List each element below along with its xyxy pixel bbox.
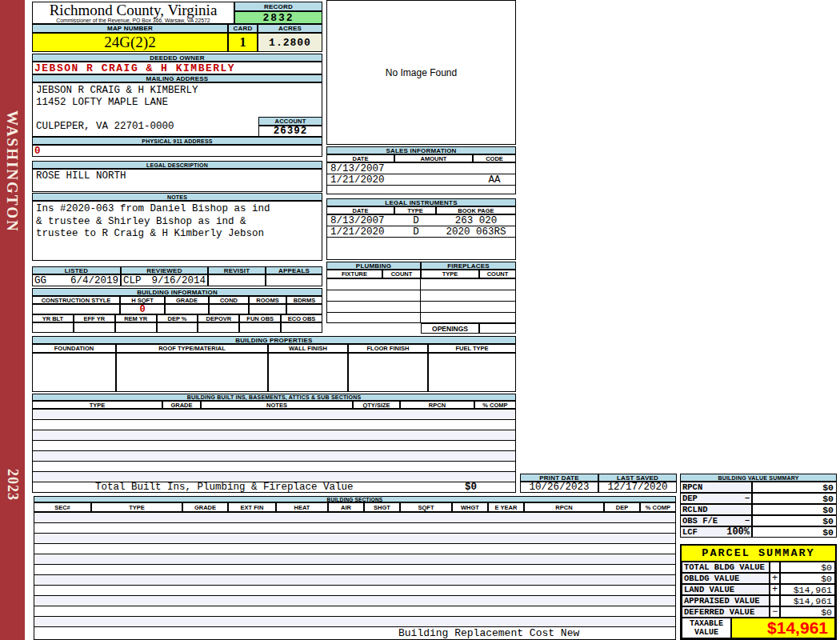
bvs-value: $0 <box>752 493 837 504</box>
built-ins-total-label: Total Built Ins, Plumbing & Fireplace Va… <box>95 482 354 493</box>
effyr-value <box>74 322 115 333</box>
plumb-fire-row <box>327 290 515 302</box>
last-saved-value: 12/17/2020 <box>598 482 677 493</box>
sales-row: 1/21/2020 AA <box>327 174 515 186</box>
visit-table: LISTED REVIEWED REVISIT APPEALS GG6/4/20… <box>32 266 322 286</box>
roof-label: ROOF TYPE/MATERIAL <box>116 344 268 353</box>
record-value: 2832 <box>234 11 322 24</box>
foundation-label: FOUNDATION <box>32 344 116 353</box>
bi-col-grade: GRADE <box>162 401 201 409</box>
map-number-value: 24G(2)2 <box>32 33 228 52</box>
bs-col-air: AIR <box>328 502 364 512</box>
table-row <box>34 606 675 617</box>
listed-date: 6/4/2019 <box>70 275 118 286</box>
bvs-label: LCF100% <box>680 526 752 538</box>
building-information-title: BUILDING INFORMATION <box>32 288 322 296</box>
legal-description-label: LEGAL DESCRIPTION <box>32 161 322 169</box>
foundation-value <box>32 353 116 392</box>
ps-label: OBLDG VALUE <box>682 573 770 584</box>
remyr-label: REM YR <box>115 314 157 322</box>
card-label: CARD <box>228 24 258 33</box>
bs-col-whgt: WHGT <box>452 502 488 512</box>
building-value-summary-title: BUILDING VALUE SUMMARY <box>680 474 837 482</box>
table-row <box>34 565 675 575</box>
table-row <box>34 596 675 606</box>
ps-value: $0 <box>780 606 835 618</box>
building-information: BUILDING INFORMATION CONSTRUCTION STYLE … <box>32 288 322 333</box>
table-row <box>34 523 675 534</box>
building-value-summary: BUILDING VALUE SUMMARY RPCN $0 DEP− $0 R… <box>680 474 837 538</box>
print-info: PRINT DATE LAST SAVED 10/26/2023 12/17/2… <box>520 474 677 493</box>
ps-op <box>770 562 780 573</box>
plumbing-col-count: COUNT <box>382 270 421 278</box>
reviewed-value: CLP9/16/2014 <box>121 274 208 286</box>
plumbing-title: PLUMBING <box>326 262 421 270</box>
instruments-title: LEGAL INSTRUMENTS <box>326 198 516 206</box>
bs-col-extfin: EXT FIN <box>228 502 276 512</box>
taxable-value-label: TAXABLE VALUE <box>682 618 731 638</box>
table-row <box>33 420 515 430</box>
fireplaces-col-count: COUNT <box>479 270 516 278</box>
record-label: RECORD <box>234 2 322 11</box>
parcel-summary-title: PARCEL SUMMARY <box>682 546 835 562</box>
yrblt-value <box>32 322 74 333</box>
notes-line: & trustee & Shirley Bishop as ind & <box>36 216 318 229</box>
sidebar: WASHINGTON 2023 <box>0 0 25 640</box>
bvs-label: RPCN <box>680 482 752 493</box>
building-sections: BUILDING SECTIONS SEC# TYPE GRADE EXT FI… <box>34 496 676 640</box>
record-box: RECORD 2832 <box>234 2 322 24</box>
fireplaces-col-type: TYPE <box>421 270 479 278</box>
roof-value <box>116 353 268 392</box>
table-row <box>34 575 675 586</box>
sale-date: 8/13/2007 <box>327 163 395 174</box>
ecoobs-label: ECO OBS <box>281 314 322 322</box>
built-ins-total-row: Total Built Ins, Plumbing & Fireplace Va… <box>32 482 516 493</box>
depovr-value <box>198 322 239 333</box>
physical-911-label: PHYSICAL 911 ADDRESS <box>32 137 322 145</box>
legal-instruments: LEGAL INSTRUMENTS DATE TYPE BOOK PAGE 8/… <box>326 198 516 260</box>
bi-col-comp: % COMP <box>474 401 516 409</box>
rooms-value <box>249 304 286 314</box>
notes-line: Ins #2020-063 from Daniel Bishop as ind <box>36 203 318 216</box>
ps-label: APPRAISED VALUE <box>682 595 770 606</box>
sale-date: 1/21/2020 <box>327 174 395 186</box>
table-row <box>33 430 515 441</box>
table-row <box>34 554 675 565</box>
mailing-line: 11452 LOFTY MAPLE LANE <box>36 97 318 109</box>
bvs-label: RCLND <box>680 504 752 515</box>
bs-col-type: TYPE <box>91 502 182 512</box>
dep-pct-value <box>157 322 198 333</box>
grade-value <box>165 304 209 314</box>
instr-col-date: DATE <box>326 206 394 214</box>
print-date-label: PRINT DATE <box>520 474 598 482</box>
account-box: ACCOUNT 26392 <box>258 117 322 137</box>
bi-col-type: TYPE <box>32 401 162 409</box>
openings-label: OPENINGS <box>421 323 479 334</box>
listed-by: GG <box>34 275 46 286</box>
bvs-value: $0 <box>752 482 837 493</box>
instrument-row: 1/21/2020 D 2020 063RS <box>327 226 515 238</box>
acres-value: 1.2800 <box>258 33 322 52</box>
legal-description-value: ROSE HILL NORTH <box>32 169 322 192</box>
instrument-row: 8/13/2007 D 263 020 <box>327 215 515 226</box>
bs-col-sec: SEC# <box>34 502 91 512</box>
reviewed-by: CLP <box>123 275 142 286</box>
bi-col-qty: QTY/SIZE <box>353 401 400 409</box>
bdrms-label: BDRMS <box>286 296 322 304</box>
table-row <box>33 462 515 472</box>
sales-title: SALES INFORMATION <box>326 146 516 154</box>
bvs-value: $0 <box>752 526 837 538</box>
map-number-label: MAP NUMBER <box>32 24 228 33</box>
instr-date: 1/21/2020 <box>327 226 395 238</box>
bi-col-rpcn: RPCN <box>400 401 474 409</box>
bvs-label: DEP− <box>680 493 752 504</box>
replacement-cost-label: Building Replacement Cost New <box>398 627 579 639</box>
wall-finish-value <box>268 353 348 392</box>
ps-label: TOTAL BLDG VALUE <box>682 562 770 573</box>
fuel-type-value <box>428 353 516 392</box>
instr-bookpage: 263 020 <box>437 215 515 226</box>
table-row <box>33 451 515 462</box>
revisit-value <box>208 274 266 286</box>
sales-col-code: CODE <box>473 154 516 162</box>
deeded-owner-label: DEEDED OWNER <box>32 54 322 62</box>
